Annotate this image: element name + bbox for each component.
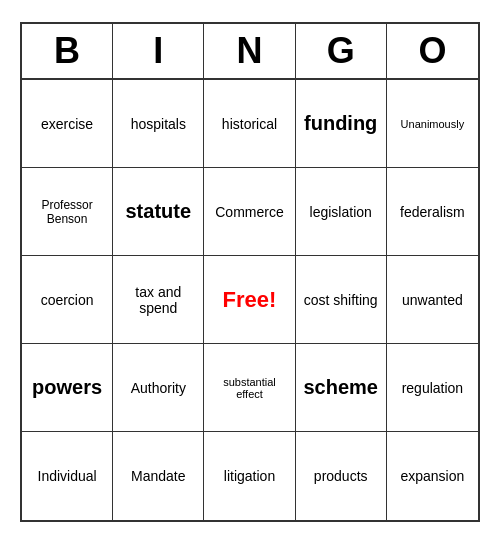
bingo-letter-g: G xyxy=(296,24,387,78)
bingo-cell-14: unwanted xyxy=(387,256,478,344)
bingo-cell-1: hospitals xyxy=(113,80,204,168)
bingo-cell-24: expansion xyxy=(387,432,478,520)
bingo-cell-11: tax and spend xyxy=(113,256,204,344)
bingo-cell-2: historical xyxy=(204,80,295,168)
bingo-cell-12: Free! xyxy=(204,256,295,344)
bingo-cell-7: Commerce xyxy=(204,168,295,256)
bingo-letter-i: I xyxy=(113,24,204,78)
bingo-cell-3: funding xyxy=(296,80,387,168)
bingo-cell-9: federalism xyxy=(387,168,478,256)
bingo-cell-8: legislation xyxy=(296,168,387,256)
bingo-cell-20: Individual xyxy=(22,432,113,520)
bingo-letter-n: N xyxy=(204,24,295,78)
bingo-grid: exercisehospitalshistoricalfundingUnanim… xyxy=(22,80,478,520)
bingo-cell-4: Unanimously xyxy=(387,80,478,168)
bingo-cell-0: exercise xyxy=(22,80,113,168)
bingo-cell-21: Mandate xyxy=(113,432,204,520)
bingo-letter-b: B xyxy=(22,24,113,78)
bingo-card: BINGO exercisehospitalshistoricalfunding… xyxy=(20,22,480,522)
bingo-cell-10: coercion xyxy=(22,256,113,344)
bingo-cell-16: Authority xyxy=(113,344,204,432)
bingo-cell-23: products xyxy=(296,432,387,520)
bingo-header: BINGO xyxy=(22,24,478,80)
bingo-cell-13: cost shifting xyxy=(296,256,387,344)
bingo-cell-19: regulation xyxy=(387,344,478,432)
bingo-letter-o: O xyxy=(387,24,478,78)
bingo-cell-22: litigation xyxy=(204,432,295,520)
bingo-cell-5: Professor Benson xyxy=(22,168,113,256)
bingo-cell-6: statute xyxy=(113,168,204,256)
bingo-cell-18: scheme xyxy=(296,344,387,432)
bingo-cell-15: powers xyxy=(22,344,113,432)
bingo-cell-17: substantial effect xyxy=(204,344,295,432)
